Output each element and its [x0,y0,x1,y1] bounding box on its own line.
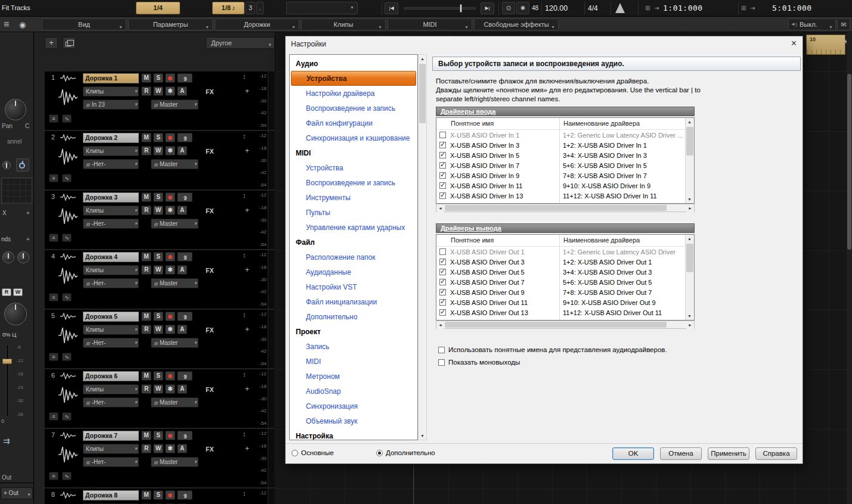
input-dropdown[interactable]: -Нет- [83,159,139,169]
archive-button[interactable]: A [177,325,187,334]
output-dropdown[interactable]: Master [151,99,199,110]
archive-button[interactable]: A [177,265,187,275]
clips-dropdown[interactable]: Клипы [83,444,139,454]
scroll-up-icon[interactable] [686,235,693,242]
settings-tree-item[interactable]: Воспроизведение и запись [290,101,417,116]
driver-friendly-name[interactable]: X-USB ASIO Driver Out 5 [450,269,557,276]
input-echo-button[interactable] [177,490,193,500]
snap-resolution-box[interactable]: 1/4 [136,2,180,14]
scrollbar-thumb[interactable] [847,74,851,250]
driver-enable-checkbox[interactable] [439,132,446,138]
scroll-right-icon[interactable] [686,204,694,212]
input-echo-button[interactable] [177,73,193,83]
record-arm-button[interactable] [165,312,175,321]
clips-dropdown[interactable]: Клипы [83,384,139,394]
add-fx-button[interactable]: + [245,266,249,274]
track-row[interactable]: 1 Дорожка 1 M S Клипы R W ✱ A FX + [45,71,274,130]
input-echo-button[interactable] [177,252,193,262]
help-button[interactable]: Справка [755,447,797,460]
settings-tree-item[interactable]: Объем­ный звук [290,413,417,428]
driver-friendly-name[interactable]: X-USB ASIO Driver In 5 [450,152,557,159]
mute-button[interactable]: M [141,192,151,202]
fx-bypass-button[interactable]: ✱ [165,146,175,155]
snap-duration-box[interactable]: 1/8 [212,2,244,14]
radio-circle[interactable] [292,450,298,456]
time-ruler-icon[interactable] [645,5,650,11]
fader-cap[interactable] [2,359,12,364]
driver-row[interactable]: X-USB ASIO Driver Out 1 1+2: Generic Low… [436,247,684,257]
track-layers-icon[interactable] [49,293,58,301]
driver-row[interactable]: X-USB ASIO Driver Out 7 5+6: X-USB ASIO … [436,277,684,287]
snap-count-box[interactable]: 3 [246,2,255,14]
automation-write-button[interactable]: W [153,146,163,155]
settings-tree-item[interactable]: Инструменты [290,190,417,205]
settings-tree-item[interactable]: Настройка [290,428,417,440]
record-arm-button[interactable] [165,192,175,202]
mini-knob[interactable] [2,161,11,169]
track-filter-dropdown[interactable]: Другое [206,37,275,49]
track-row[interactable]: 8 Дорожка 8 M S Клипы R W ✱ A FX + [45,489,274,504]
use-friendly-names-checkbox[interactable]: Использовать понятные имена для представ… [438,346,667,353]
settings-tree-item[interactable]: Дополнительно [290,309,417,324]
fx-toggle-icon[interactable] [516,2,529,14]
automation-write-button[interactable]: W [153,384,163,394]
driver-row[interactable]: X-USB ASIO Driver In 5 3+4: X-USB ASIO D… [436,150,684,160]
track-automation-icon[interactable] [62,472,72,480]
archive-button[interactable]: A [177,86,187,96]
track-row[interactable]: 4 Дорожка 4 M S Клипы R W ✱ A FX + [45,250,274,309]
settings-tree-item[interactable]: Управление картами ударных [290,220,417,235]
record-arm-button[interactable] [165,133,175,142]
settings-tree-item[interactable]: AudioSnap [290,384,417,399]
input-dropdown[interactable]: -Нет- [83,397,139,407]
driver-friendly-name[interactable]: X-USB ASIO Driver Out 1 [450,248,557,256]
clips-dropdown[interactable]: Клипы [83,86,139,97]
time-display-end[interactable]: 5:01:000 [772,4,812,13]
track-resize-icon[interactable] [243,192,246,199]
menu-dropdown[interactable]: Клипы [301,18,386,30]
solo-button[interactable]: S [153,431,163,440]
input-dropdown[interactable]: In 23 [83,99,139,110]
track-resize-icon[interactable] [243,490,246,497]
table-vscrollbar[interactable] [685,235,694,320]
track-name-field[interactable]: Дорожка 1 [83,73,139,83]
radio-basic[interactable]: Основные [292,449,334,456]
track-resize-icon[interactable] [243,251,246,259]
settings-tree-item[interactable]: Проект [290,324,417,339]
track-row[interactable]: 2 Дорожка 2 M S Клипы R W ✱ A FX + [45,131,274,189]
tempo-display[interactable]: 120.00 [545,4,568,13]
solo-button[interactable]: S [153,192,163,202]
automation-read-button[interactable]: R [141,325,151,334]
automation-write-button[interactable]: W [153,206,163,215]
driver-row[interactable]: X-USB ASIO Driver Out 13 11+12: X-USB AS… [436,307,684,318]
driver-friendly-name[interactable]: X-USB ASIO Driver Out 3 [450,259,557,266]
fx-bypass-button[interactable]: ✱ [165,384,175,394]
track-name-field[interactable]: Дорожка 7 [83,431,139,441]
record-arm-button[interactable] [165,252,175,262]
scrollbar-thumb[interactable] [445,205,667,211]
track-layers-icon[interactable] [49,234,58,242]
clips-dropdown[interactable]: Клипы [83,206,139,216]
time-display-main[interactable]: 1:01:000 [663,4,703,13]
driver-enable-checkbox[interactable] [439,309,446,316]
add-send-icon[interactable]: + [26,236,30,242]
menu-dropdown[interactable]: Дорожки [215,18,299,30]
archive-button[interactable]: A [177,444,187,453]
sends-route-icon[interactable] [3,436,10,446]
track-row[interactable]: 3 Дорожка 3 M S Клипы R W ✱ A FX + [45,191,274,249]
track-automation-icon[interactable] [62,114,72,123]
track-name-field[interactable]: Дорожка 4 [83,252,139,262]
driver-friendly-name[interactable]: X-USB ASIO Driver In 9 [450,172,557,179]
gain-knob[interactable] [4,303,27,325]
record-arm-button[interactable] [165,371,175,381]
driver-enable-checkbox[interactable] [439,152,446,158]
track-resize-icon[interactable] [243,311,246,318]
track-row[interactable]: 5 Дорожка 5 M S Клипы R W ✱ A FX + [45,310,274,368]
driver-row[interactable]: X-USB ASIO Driver Out 3 1+2: X-USB ASIO … [436,257,684,267]
automation-read-button[interactable]: R [2,288,11,296]
snap-dot-box[interactable]: . [256,2,264,14]
track-layers-icon[interactable] [49,353,58,361]
mute-button[interactable]: M [141,490,151,500]
clips-dropdown[interactable]: Клипы [83,146,139,156]
archive-button[interactable]: A [177,384,187,394]
driver-friendly-name[interactable]: X-USB ASIO Driver Out 11 [450,299,557,306]
